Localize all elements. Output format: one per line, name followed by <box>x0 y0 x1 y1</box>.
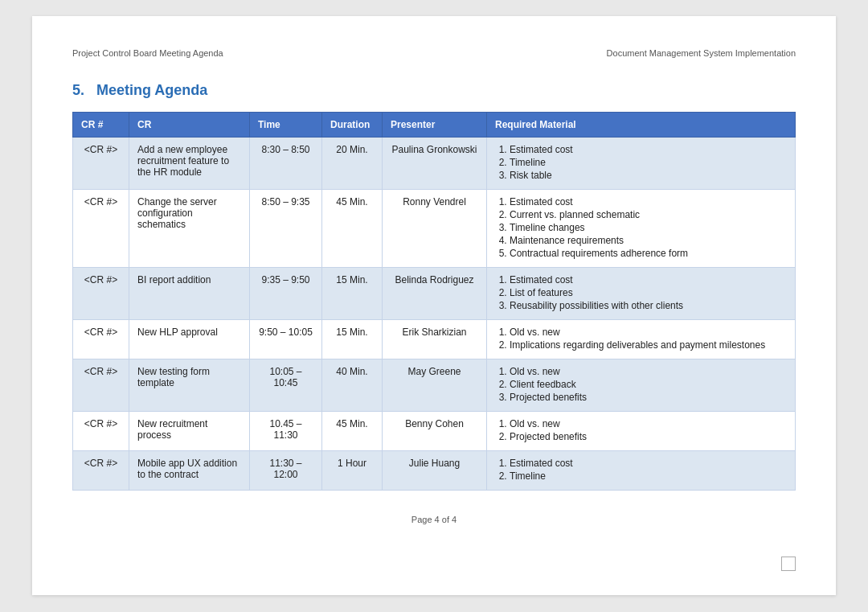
material-item: Maintenance requirements <box>510 235 787 246</box>
cell-cr: Add a new employee recruitment feature t… <box>129 138 250 190</box>
cell-presenter: Erik Sharkizian <box>383 320 487 359</box>
cell-cr-num: <CR #> <box>73 320 129 359</box>
table-row: <CR #>New recruitment process10.45 – 11:… <box>73 412 796 451</box>
col-header-cr-num: CR # <box>73 113 129 138</box>
material-item: Estimated cost <box>510 144 787 155</box>
col-header-time: Time <box>250 113 322 138</box>
page-footer: Page 4 of 4 <box>72 515 796 524</box>
cell-cr: Mobile app UX addition to the contract <box>129 451 250 491</box>
table-row: <CR #>Mobile app UX addition to the cont… <box>73 451 796 491</box>
page-number-box <box>781 557 796 571</box>
cell-materials: Estimated costList of featuresReusabilit… <box>487 268 796 320</box>
material-item: Projected benefits <box>510 392 787 403</box>
cell-cr-num: <CR #> <box>73 451 129 491</box>
table-row: <CR #>Add a new employee recruitment fea… <box>73 138 796 190</box>
cell-materials: Old vs. newClient feedbackProjected bene… <box>487 359 796 412</box>
cell-materials: Estimated costTimelineRisk table <box>487 138 796 190</box>
table-header-row: CR # CR Time Duration Presenter Required… <box>73 113 796 138</box>
table-row: <CR #>Change the server configuration sc… <box>73 190 796 268</box>
cell-cr-num: <CR #> <box>73 412 129 451</box>
table-row: <CR #>BI report addition9:35 – 9:5015 Mi… <box>73 268 796 320</box>
cell-presenter: May Greene <box>383 359 487 412</box>
material-item: Contractual requirements adherence form <box>510 248 787 259</box>
cell-time: 8:30 – 8:50 <box>250 138 322 190</box>
cell-presenter: Benny Cohen <box>383 412 487 451</box>
section-number: 5. <box>72 82 84 98</box>
cell-time: 9:35 – 9:50 <box>250 268 322 320</box>
material-item: Client feedback <box>510 379 787 390</box>
material-item: Current vs. planned schematic <box>510 209 787 220</box>
cell-materials: Old vs. newProjected benefits <box>487 412 796 451</box>
material-item: Timeline changes <box>510 222 787 233</box>
page: Project Control Board Meeting Agenda Doc… <box>32 16 836 595</box>
material-item: Projected benefits <box>510 431 787 442</box>
table-row: <CR #>New testing form template10:05 – 1… <box>73 359 796 412</box>
cell-duration: 15 Min. <box>322 268 383 320</box>
material-item: Estimated cost <box>510 458 787 469</box>
cell-time: 10.45 – 11:30 <box>250 412 322 451</box>
cell-materials: Estimated costCurrent vs. planned schema… <box>487 190 796 268</box>
cell-cr-num: <CR #> <box>73 268 129 320</box>
cell-cr: BI report addition <box>129 268 250 320</box>
header-left: Project Control Board Meeting Agenda <box>72 48 223 58</box>
cell-duration: 15 Min. <box>322 320 383 359</box>
material-item: Old vs. new <box>510 418 787 429</box>
cell-duration: 45 Min. <box>322 190 383 268</box>
material-item: Implications regarding deliverables and … <box>510 339 787 351</box>
table-body: <CR #>Add a new employee recruitment fea… <box>73 138 796 491</box>
cell-presenter: Ronny Vendrel <box>383 190 487 268</box>
material-item: Estimated cost <box>510 274 787 285</box>
page-number: Page 4 of 4 <box>411 515 457 524</box>
cell-cr-num: <CR #> <box>73 359 129 412</box>
cell-time: 8:50 – 9:35 <box>250 190 322 268</box>
material-item: Timeline <box>510 157 787 168</box>
material-item: Estimated cost <box>510 196 787 207</box>
agenda-table: CR # CR Time Duration Presenter Required… <box>72 112 796 491</box>
material-item: Old vs. new <box>510 327 787 338</box>
cell-duration: 45 Min. <box>322 412 383 451</box>
table-row: <CR #>New HLP approval9:50 – 10:0515 Min… <box>73 320 796 359</box>
cell-presenter: Paulina Gronkowski <box>383 138 487 190</box>
cell-cr: New recruitment process <box>129 412 250 451</box>
cell-time: 11:30 – 12:00 <box>250 451 322 491</box>
material-item: Reusability possibilities with other cli… <box>510 300 787 311</box>
section-heading: Meeting Agenda <box>96 82 207 98</box>
cell-cr-num: <CR #> <box>73 138 129 190</box>
cell-presenter: Julie Huang <box>383 451 487 491</box>
cell-duration: 1 Hour <box>322 451 383 491</box>
header-right: Document Management System Implementatio… <box>607 48 796 58</box>
col-header-presenter: Presenter <box>383 113 487 138</box>
cell-duration: 40 Min. <box>322 359 383 412</box>
material-item: Timeline <box>510 470 787 482</box>
cell-cr: Change the server configuration schemati… <box>129 190 250 268</box>
cell-presenter: Belinda Rodriguez <box>383 268 487 320</box>
cell-cr-num: <CR #> <box>73 190 129 268</box>
material-item: Risk table <box>510 170 787 181</box>
cell-materials: Estimated costTimeline <box>487 451 796 491</box>
cell-time: 10:05 – 10:45 <box>250 359 322 412</box>
col-header-cr: CR <box>129 113 250 138</box>
cell-time: 9:50 – 10:05 <box>250 320 322 359</box>
section-title: 5. Meeting Agenda <box>72 82 796 99</box>
cell-duration: 20 Min. <box>322 138 383 190</box>
material-item: List of features <box>510 287 787 298</box>
col-header-duration: Duration <box>322 113 383 138</box>
col-header-material: Required Material <box>487 113 796 138</box>
material-item: Old vs. new <box>510 366 787 377</box>
cell-cr: New HLP approval <box>129 320 250 359</box>
cell-materials: Old vs. newImplications regarding delive… <box>487 320 796 359</box>
cell-cr: New testing form template <box>129 359 250 412</box>
page-header: Project Control Board Meeting Agenda Doc… <box>72 48 796 58</box>
